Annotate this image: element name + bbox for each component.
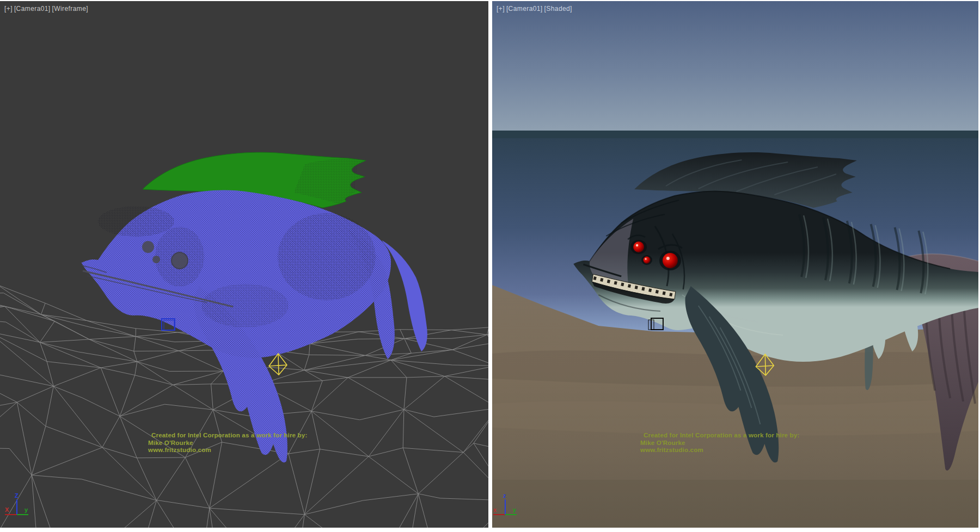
watermark-line: www.fritzstudio.com xyxy=(640,447,799,454)
viewport-menu-expand[interactable]: [+] xyxy=(497,5,505,13)
axis-z-label: z xyxy=(503,492,506,499)
viewport-shaded[interactable]: x z y [+][Camera01][Shaded] Created for … xyxy=(492,1,978,528)
viewport-label: [+][Camera01][Wireframe] xyxy=(4,5,90,13)
viewport-label: [+][Camera01][Shaded] xyxy=(497,5,574,13)
viewport-menu-mode[interactable]: [Wireframe] xyxy=(52,5,88,13)
watermark-line: Mike O'Rourke xyxy=(148,440,307,447)
axis-x-label: x xyxy=(493,506,497,513)
wireframe-stipple-texture xyxy=(81,159,395,462)
viewport-menu-expand[interactable]: [+] xyxy=(4,5,13,13)
viewport-menu-camera[interactable]: [Camera01] xyxy=(506,5,543,13)
viewport-menu-camera[interactable]: [Camera01] xyxy=(14,5,51,13)
horizon-band xyxy=(492,131,978,138)
sky xyxy=(492,1,978,131)
watermark: Created for Intel Corporation as a work … xyxy=(148,432,307,454)
point-helper[interactable] xyxy=(269,354,287,375)
watermark: Created for Intel Corporation as a work … xyxy=(640,432,799,454)
axis-x-label: X xyxy=(5,506,9,513)
watermark-line: www.fritzstudio.com xyxy=(148,447,307,454)
dual-viewport-canvas: X Z y [+][Camera01][Wireframe] Created f… xyxy=(0,0,980,532)
viewport-menu-mode[interactable]: [Shaded] xyxy=(544,5,572,13)
viewport-wireframe[interactable]: X Z y [+][Camera01][Wireframe] Created f… xyxy=(0,1,488,528)
watermark-line: Created for Intel Corporation as a work … xyxy=(644,432,799,440)
axis-y-label: y xyxy=(24,506,28,513)
axis-tripod: X Z y xyxy=(5,492,28,515)
axis-z-label: Z xyxy=(15,492,19,499)
watermark-line: Created for Intel Corporation as a work … xyxy=(151,432,307,440)
watermark-line: Mike O'Rourke xyxy=(640,440,799,447)
axis-y-label: y xyxy=(513,506,517,513)
